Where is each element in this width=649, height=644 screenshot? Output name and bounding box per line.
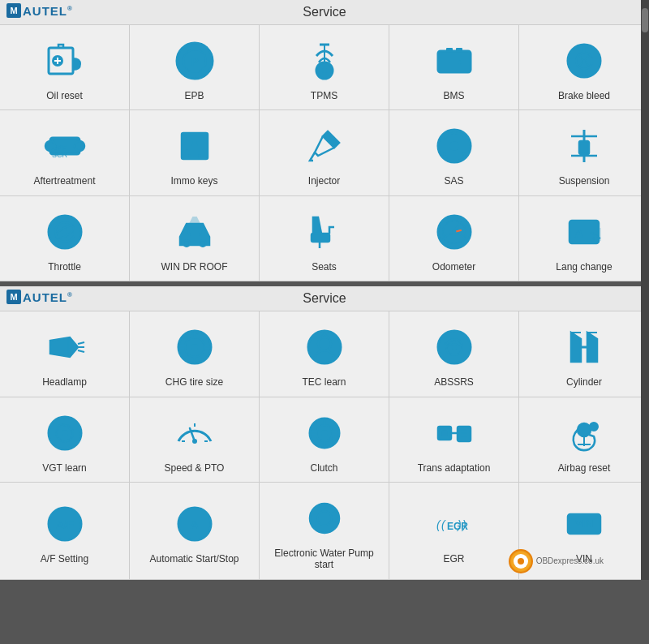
airbag-reset-icon: [560, 409, 608, 457]
tec-learn-label: TEC learn: [302, 376, 346, 388]
svg-point-49: [452, 230, 456, 234]
auto-start-stop-icon: A: [170, 500, 219, 548]
scrollbar[interactable]: [641, 0, 649, 580]
sas-item[interactable]: SAS: [389, 110, 519, 195]
win-dr-roof-item[interactable]: WIN DR ROOF: [130, 196, 260, 281]
svg-text:EGR: EGR: [447, 521, 468, 532]
elec-water-pump-item[interactable]: Electronic Water Pump start: [260, 483, 389, 580]
injector-label: Injector: [308, 175, 340, 187]
tec-learn-icon: [300, 323, 349, 371]
chg-tire-size-item[interactable]: CHG tire size: [130, 311, 260, 397]
panel-1-title: Service: [303, 5, 346, 19]
cylinder-label: Cylinder: [566, 376, 602, 388]
speed-pto-item[interactable]: Speed & PTO: [130, 397, 260, 483]
throttle-item[interactable]: Throttle: [0, 196, 130, 281]
svg-text:A/F: A/F: [55, 518, 74, 531]
vgt-learn-item[interactable]: VGT learn: [0, 397, 130, 483]
svg-rect-34: [579, 141, 589, 154]
epb-label: EPB: [184, 90, 204, 101]
tec-learn-item[interactable]: TEC learn: [260, 311, 389, 397]
injector-item[interactable]: Injector: [260, 110, 389, 195]
sas-icon: [430, 122, 479, 170]
svg-point-42: [183, 240, 190, 247]
abssrs-item[interactable]: ABSSRS: [389, 311, 519, 397]
svg-text:⇄: ⇄: [592, 233, 599, 241]
tpms-label: TPMS: [311, 90, 337, 101]
speed-pto-label: Speed & PTO: [165, 462, 225, 474]
auto-start-stop-item[interactable]: A Automatic Start/Stop: [130, 483, 260, 580]
aftertreatment-label: Aftertreatment: [33, 175, 95, 187]
vin-item[interactable]: VIN VIN: [519, 483, 649, 580]
epb-item[interactable]: P EPB: [130, 25, 260, 110]
suspension-item[interactable]: Suspension: [519, 110, 649, 195]
seats-item[interactable]: Seats: [260, 196, 389, 281]
af-setting-item[interactable]: A/F A/F Setting: [0, 483, 130, 580]
vgt-learn-icon: [41, 409, 89, 457]
immo-keys-label: Immo keys: [170, 175, 217, 187]
tpms-icon: [300, 36, 349, 85]
clutch-item[interactable]: Clutch: [260, 397, 389, 483]
seats-label: Seats: [312, 261, 337, 273]
trans-adaptation-item[interactable]: Trans adaptation: [389, 397, 519, 483]
svg-point-29: [198, 154, 201, 157]
svg-text:P: P: [191, 55, 198, 68]
svg-point-41: [62, 230, 67, 234]
svg-point-71: [452, 345, 457, 350]
panel-1: M AUTEL® Service Oil reset: [0, 0, 649, 281]
chg-tire-size-label: CHG tire size: [165, 376, 223, 388]
vin-icon: VIN: [560, 500, 608, 548]
clutch-label: Clutch: [310, 462, 337, 474]
headlamp-item[interactable]: Headlamp: [0, 311, 130, 397]
tpms-item[interactable]: TPMS: [260, 25, 389, 110]
aftertreatment-item[interactable]: DPF SCR Aftertreatment: [0, 110, 130, 195]
autel-logo-2: M AUTEL®: [6, 290, 73, 304]
cylinder-icon: [560, 323, 608, 371]
panel-2-title: Service: [303, 291, 346, 305]
svg-point-62: [191, 344, 198, 350]
bms-icon: - +: [430, 36, 479, 85]
airbag-reset-item[interactable]: Airbag reset: [519, 397, 649, 483]
airbag-reset-label: Airbag reset: [558, 462, 611, 474]
svg-point-6: [322, 68, 327, 73]
svg-text:+: +: [458, 58, 462, 67]
svg-point-43: [200, 240, 206, 247]
lang-change-item[interactable]: A ⇄ Lang change: [519, 196, 649, 281]
sas-label: SAS: [444, 175, 463, 187]
autel-brand-1: AUTEL®: [23, 4, 73, 18]
brake-bleed-item[interactable]: Brake bleed: [519, 25, 649, 110]
abssrs-icon: [430, 323, 479, 371]
svg-point-23: [75, 141, 84, 151]
throttle-icon: [41, 208, 89, 256]
svg-point-93: [441, 430, 448, 436]
svg-point-83: [321, 430, 328, 436]
elec-water-pump-label: Electronic Water Pump start: [266, 547, 382, 571]
win-dr-roof-label: WIN DR ROOF: [161, 261, 228, 273]
throttle-label: Throttle: [48, 261, 81, 273]
vin-label: VIN: [576, 553, 592, 565]
speed-pto-icon: [170, 409, 219, 457]
autel-m-icon-2: M: [6, 290, 21, 304]
odometer-item[interactable]: Odometer: [389, 196, 519, 281]
svg-rect-9: [456, 48, 462, 51]
cylinder-item[interactable]: Cylinder: [519, 311, 649, 397]
vgt-learn-label: VGT learn: [42, 462, 86, 474]
bms-item[interactable]: - + BMS: [389, 25, 519, 110]
odometer-icon: [430, 208, 479, 256]
panel-2: M AUTEL® Service Headlamp: [0, 286, 649, 580]
immo-keys-item[interactable]: Immo keys: [130, 110, 260, 195]
win-dr-roof-icon: [170, 208, 219, 256]
panel-2-grid: Headlamp CHG tire size: [0, 311, 649, 580]
svg-rect-44: [312, 234, 329, 242]
chg-tire-size-icon: [170, 323, 219, 371]
brake-bleed-label: Brake bleed: [558, 90, 610, 101]
trans-adaptation-label: Trans adaptation: [418, 462, 491, 474]
svg-point-97: [578, 423, 591, 436]
af-setting-icon: A/F: [41, 500, 89, 548]
svg-line-56: [78, 342, 84, 344]
lang-change-icon: A ⇄: [560, 208, 608, 256]
auto-start-stop-label: Automatic Start/Stop: [149, 553, 239, 565]
svg-point-77: [192, 439, 197, 444]
egr-item[interactable]: ( ) ( ) EGR EGR: [389, 483, 519, 580]
svg-rect-91: [458, 427, 471, 441]
oil-reset-item[interactable]: Oil reset: [0, 25, 130, 110]
